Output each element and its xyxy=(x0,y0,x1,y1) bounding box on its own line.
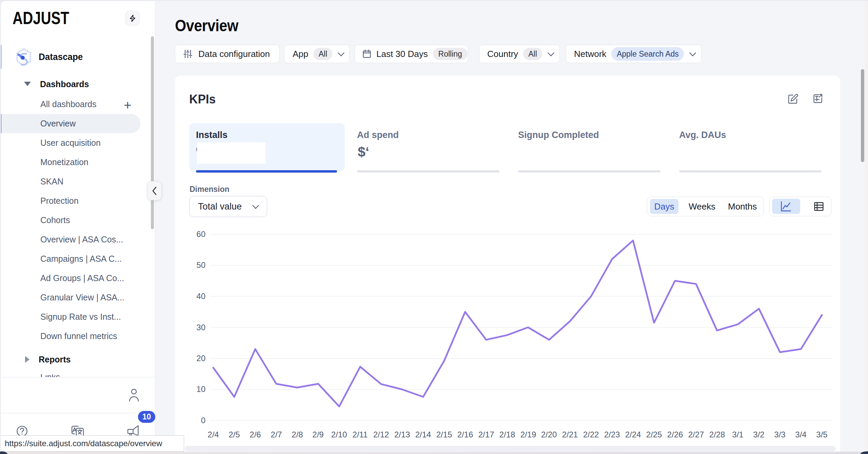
svg-text:ADJUST: ADJUST xyxy=(13,10,69,28)
